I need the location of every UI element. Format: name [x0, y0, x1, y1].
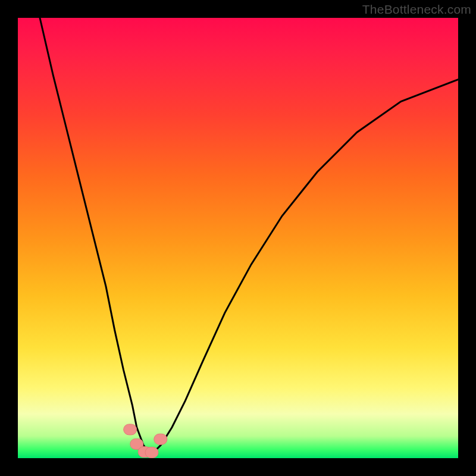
watermark-text: TheBottleneck.com	[362, 2, 471, 17]
curve-marker	[154, 434, 167, 444]
marker-group	[124, 424, 167, 458]
curve-marker	[145, 447, 158, 458]
curve-marker	[124, 424, 137, 435]
bottleneck-curve-path	[40, 18, 458, 454]
plot-area	[18, 18, 458, 458]
chart-frame: TheBottleneck.com	[0, 0, 476, 476]
curve-layer	[18, 18, 458, 458]
